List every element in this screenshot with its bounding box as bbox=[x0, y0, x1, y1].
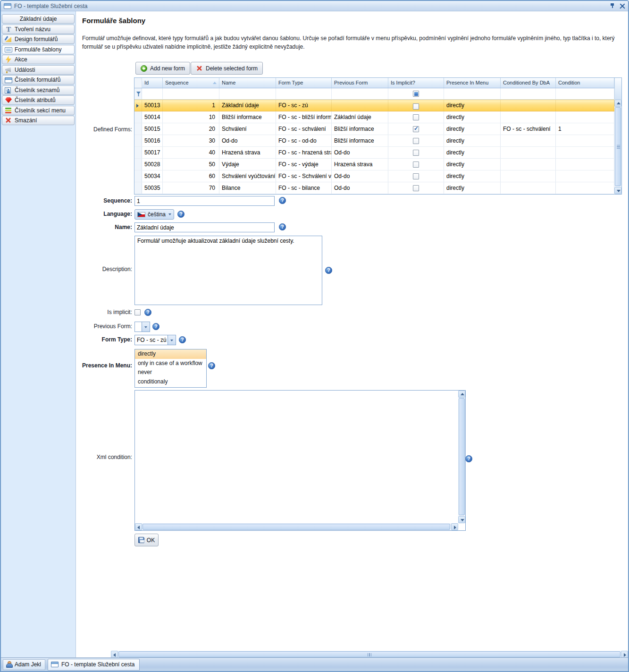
cell-is_implicit bbox=[388, 111, 444, 123]
column-header-id[interactable]: Id bbox=[142, 78, 163, 88]
filter-cell-name[interactable] bbox=[219, 88, 276, 99]
scroll-thumb[interactable] bbox=[459, 398, 465, 515]
implicit-checkbox[interactable] bbox=[413, 173, 419, 179]
form-type-help-icon[interactable] bbox=[179, 336, 186, 343]
column-header-previous_form[interactable]: Previous Form bbox=[332, 78, 388, 88]
implicit-checkbox[interactable] bbox=[413, 126, 419, 132]
xml-horizontal-scrollbar[interactable] bbox=[135, 523, 458, 530]
column-header-sequence[interactable]: Sequence bbox=[163, 78, 219, 88]
scroll-thumb[interactable] bbox=[118, 651, 621, 657]
sidebar-item-ciselnik-atributu[interactable]: Číselník atributů bbox=[2, 95, 75, 105]
filter-cell-sequence[interactable] bbox=[163, 88, 219, 99]
sidebar-item-design-formularu[interactable]: Design formulářů bbox=[2, 34, 75, 44]
grid-vertical-scrollbar[interactable] bbox=[614, 78, 621, 194]
name-help-icon[interactable] bbox=[279, 223, 286, 230]
xml-vertical-scrollbar[interactable] bbox=[458, 391, 465, 523]
implicit-checkbox[interactable] bbox=[413, 103, 419, 110]
column-header-condition[interactable]: Condition bbox=[556, 78, 614, 88]
table-row[interactable]: 500131Základní údajeFO - sc - zúdirectly bbox=[134, 100, 614, 111]
filter-cell-conditioned_by[interactable] bbox=[501, 88, 556, 99]
taskbar-tab-active[interactable]: FO - template Služební cesta bbox=[48, 659, 140, 671]
table-row[interactable]: 5001410Bližší informaceFO - sc - bližší … bbox=[134, 111, 614, 123]
scroll-down-button[interactable] bbox=[458, 516, 465, 523]
column-header-name[interactable]: Name bbox=[219, 78, 276, 88]
taskbar-user-button[interactable]: Adam Jekl bbox=[3, 659, 45, 670]
sidebar-item-smazani[interactable]: Smazání bbox=[2, 116, 75, 125]
scroll-thumb[interactable] bbox=[615, 107, 621, 186]
sidebar-item-ciselnik-formularu[interactable]: Číselník formulářů bbox=[2, 75, 75, 85]
sidebar-item-tvoreni-nazvu[interactable]: Tvoření názvu bbox=[2, 25, 75, 34]
ok-label: OK bbox=[147, 537, 155, 544]
cell-sequence: 40 bbox=[163, 147, 219, 158]
scroll-right-button[interactable] bbox=[621, 651, 628, 658]
form-type-dropdown[interactable]: FO - sc - zú bbox=[134, 335, 176, 345]
implicit-checkbox[interactable] bbox=[413, 114, 419, 120]
sequence-input[interactable] bbox=[134, 196, 275, 206]
sidebar-item-udalosti[interactable]: Události bbox=[2, 65, 75, 75]
is-implicit-help-icon[interactable] bbox=[144, 309, 151, 316]
is-implicit-label: Is implicit: bbox=[29, 307, 132, 317]
column-header-form_type[interactable]: Form Type bbox=[276, 78, 332, 88]
previous-form-help-icon[interactable] bbox=[152, 323, 159, 330]
is-implicit-checkbox[interactable] bbox=[134, 309, 141, 315]
presence-in-menu-label: Presence In Menu: bbox=[29, 361, 132, 371]
filter-cell-condition[interactable] bbox=[556, 88, 614, 99]
language-help-icon[interactable] bbox=[177, 211, 185, 218]
scroll-left-button[interactable] bbox=[111, 651, 118, 658]
table-row[interactable]: 5002850VýdajeFO - sc - výdajeHrazená str… bbox=[134, 159, 614, 170]
column-header-is_implicit[interactable]: Is Implicit? bbox=[388, 78, 444, 88]
implicit-checkbox[interactable] bbox=[413, 185, 419, 191]
presence-option[interactable]: directly bbox=[135, 349, 206, 359]
add-new-form-button[interactable]: Add new form bbox=[135, 62, 190, 75]
implicit-checkbox[interactable] bbox=[413, 162, 419, 168]
close-icon[interactable] bbox=[620, 3, 625, 9]
sidebar-item-ciselnik-seznamu[interactable]: Číselník seznamů bbox=[2, 85, 75, 95]
ok-button[interactable]: OK bbox=[134, 534, 159, 546]
column-header-conditioned_by[interactable]: Conditioned By DbA bbox=[501, 78, 556, 88]
scroll-up-button[interactable] bbox=[614, 100, 621, 107]
sidebar-item-formulare-sablony[interactable]: Formuláře šablony bbox=[2, 45, 75, 54]
sequence-help-icon[interactable] bbox=[279, 197, 286, 204]
table-row[interactable]: 5003460Schválení vyúčtováníFO - sc - Sch… bbox=[134, 170, 614, 182]
column-header-presence[interactable]: Presence In Menu bbox=[444, 78, 501, 88]
scroll-right-button[interactable] bbox=[451, 523, 458, 530]
implicit-checkbox[interactable] bbox=[413, 138, 419, 144]
language-dropdown[interactable]: čeština bbox=[134, 209, 174, 220]
scroll-thumb[interactable] bbox=[143, 524, 450, 530]
presence-option[interactable]: never bbox=[135, 368, 206, 377]
cell-previous_form: Od-do bbox=[332, 170, 388, 182]
delete-selected-form-button[interactable]: Delete selected form bbox=[191, 62, 263, 75]
xml-condition-textarea[interactable] bbox=[134, 390, 466, 531]
xml-condition-help-icon[interactable] bbox=[465, 455, 472, 462]
presence-in-menu-help-icon[interactable] bbox=[208, 362, 215, 369]
table-row[interactable]: 5001740Hrazená stravaFO - sc - hrazená s… bbox=[134, 147, 614, 159]
pin-icon[interactable] bbox=[610, 3, 615, 9]
sidebar-item-ciselnik-sekci-menu[interactable]: Číselník sekcí menu bbox=[2, 106, 75, 115]
filter-cell-previous_form[interactable] bbox=[332, 88, 388, 99]
row-indicator bbox=[134, 135, 142, 146]
filter-cell-presence[interactable] bbox=[444, 88, 501, 99]
table-row[interactable]: 5001520SchváleníFO - sc - schváleníBližš… bbox=[134, 123, 614, 135]
filter-cell-form_type[interactable] bbox=[276, 88, 332, 99]
table-row[interactable]: 5001630Od-doFO - sc - od-doBližší inform… bbox=[134, 135, 614, 147]
filter-cell-id[interactable] bbox=[142, 88, 163, 99]
implicit-checkbox[interactable] bbox=[413, 150, 419, 156]
filter-implicit-checkbox[interactable] bbox=[413, 91, 419, 97]
cell-condition bbox=[556, 147, 614, 158]
description-textarea[interactable]: Formulář umožňuje aktualizovat základní … bbox=[134, 236, 322, 305]
presence-option[interactable]: conditionaly bbox=[135, 377, 206, 387]
sidebar-item-zakladni-udaje[interactable]: Základní údaje bbox=[2, 14, 75, 24]
cell-is_implicit bbox=[388, 147, 444, 158]
name-input[interactable] bbox=[134, 222, 275, 232]
scroll-down-button[interactable] bbox=[614, 187, 621, 194]
presence-option[interactable]: only in case of a workflow bbox=[135, 359, 206, 368]
scroll-up-button[interactable] bbox=[458, 391, 465, 398]
description-help-icon[interactable] bbox=[325, 267, 332, 274]
content-horizontal-scrollbar[interactable] bbox=[111, 651, 628, 658]
filter-cell-is_implicit[interactable] bbox=[388, 88, 444, 99]
scroll-left-button[interactable] bbox=[135, 523, 142, 530]
table-row[interactable]: 5003570BilanceFO - sc - bilanceOd-dodire… bbox=[134, 182, 614, 194]
sidebar-item-akce[interactable]: Akce bbox=[2, 55, 75, 64]
previous-form-dropdown[interactable] bbox=[134, 322, 150, 332]
cell-name: Schválení vyúčtování bbox=[219, 170, 276, 182]
